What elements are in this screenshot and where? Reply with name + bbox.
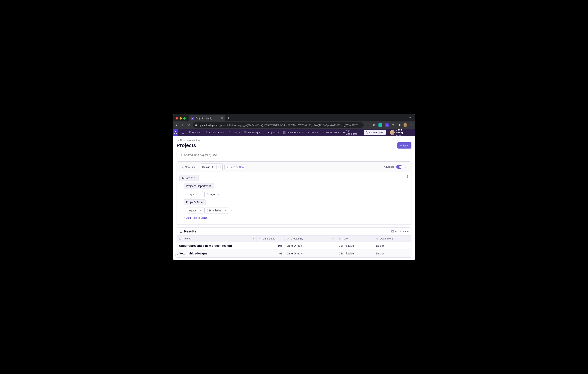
nav-reports[interactable]: Reports ▾ [262,130,281,135]
filter-dropdown-icon[interactable]: ▾ [216,165,220,169]
new-project-button[interactable]: + New [397,142,411,149]
col-department-header[interactable]: Department [374,235,411,242]
sort-icon: ▲▼ [252,238,254,240]
share-icon[interactable] [366,124,370,127]
cell-createdby: Jane Ortega [284,242,336,250]
browser-menu-icon[interactable]: ⋮ [410,124,413,127]
nav-candidates[interactable]: Candidates ▾ [204,130,226,135]
global-search-button[interactable]: Search ⌘+K [364,130,386,135]
type-operator-dropdown[interactable]: equals▾ [187,207,203,214]
page-content: No browsing history Projects + New New F… [173,136,415,260]
notifications-label: Notifications [326,131,339,134]
chevron-down-icon: ▾ [412,131,413,133]
svg-rect-11 [284,133,285,133]
breadcrumb: No browsing history [173,136,415,142]
address-bar[interactable]: app.ashbyhq.com/projects#filter=vxzgyi_V… [193,122,364,128]
active-filter-name: Design DEI [202,166,215,168]
bookmark-icon[interactable] [372,124,376,127]
user-avatar [390,130,395,135]
delete-filter-icon[interactable] [406,175,409,179]
minimize-window-button[interactable] [179,117,182,119]
back-button[interactable] [175,123,178,127]
chevron-down-icon: ▾ [259,131,260,133]
col-type-header[interactable]: Type [336,235,374,242]
svg-point-22 [288,238,289,239]
dept-operator-dropdown[interactable]: equals▾ [187,191,203,197]
condition-menu-icon[interactable]: ··· [223,193,229,196]
nav-home[interactable] [180,130,186,135]
close-window-button[interactable] [176,117,178,119]
reload-button[interactable] [187,123,190,127]
group-menu-icon[interactable]: ··· [200,177,206,180]
filter-type-field[interactable]: Project's Type: [184,199,206,205]
nav-admin[interactable]: Admin [305,130,320,135]
ashby-favicon: A [191,117,194,120]
project-search[interactable] [177,151,411,159]
condition-menu-icon[interactable]: ··· [229,209,235,212]
filter-body: All are true: ··· Project's Department: … [177,172,411,224]
filter-group-chip[interactable]: All are true: [179,175,199,181]
tab-list-button[interactable] [406,117,414,121]
col-createdby-header[interactable]: Created By ▲▼ [284,235,336,242]
sort-icon: ▲▼ [332,238,334,240]
nav-pipeline-label: Pipeline [192,131,201,134]
table-row[interactable]: Returnship (design) 93 Jane Ortega DEI I… [177,250,411,257]
add-candidate-button[interactable]: + Add Candidate [341,128,364,136]
active-filter-tab[interactable]: Design DEI ▾ [200,163,223,170]
chevron-down-icon: ▾ [239,131,240,133]
filter-head: New Filter Design DEI ▾ + Save as New Ad… [177,162,411,172]
search-input[interactable] [184,153,409,157]
notifications-button[interactable]: Notifications [320,130,341,135]
results-table: Project ▲▼ Candidates [177,235,411,257]
ashby-logo[interactable]: A [173,129,178,136]
cell-type: DEI Initiative [336,242,374,250]
forward-button[interactable] [181,123,184,127]
nav-pipeline[interactable]: Pipeline [187,130,203,135]
url-path: /projects#filter=vxzgyi_VQXwAmARscQsS059… [220,124,361,127]
svg-point-24 [339,238,340,239]
tab-title: Projects • Ashby [196,117,213,119]
side-panel-icon[interactable] [398,124,401,127]
maximize-window-button[interactable] [183,117,186,119]
field-menu-icon[interactable]: ··· [215,184,221,188]
new-filter-tab[interactable]: New Filter [179,164,198,170]
svg-point-4 [207,132,208,132]
user-menu[interactable]: Jane Ortega Acme ▾ [390,128,415,136]
add-field-button[interactable]: +Add Field to Match [184,216,207,220]
profile-avatar-icon[interactable] [403,123,407,127]
add-candidate-label: Add Candidate [346,129,362,135]
table-row[interactable]: Underrepresented new grads (design) 105 … [177,242,411,250]
save-as-new-button[interactable]: + Save as New [224,164,246,170]
extension-icon-1[interactable] [378,123,382,127]
col-project-header[interactable]: Project ▲▼ [177,235,256,242]
cell-project: Returnship (design) [177,250,256,257]
col-candidates-header[interactable]: Candidates [256,235,285,242]
nav-sourcing[interactable]: Sourcing ▾ [242,130,262,135]
app-header: A Pipeline Candidates ▾ Jobs ▾ Sourcing [173,129,415,136]
cell-project: Underrepresented new grads (design) [177,242,256,250]
lock-icon [195,124,197,127]
nav-dashboards[interactable]: Dashboards ▾ [281,130,304,135]
extension-icon-ashby[interactable]: A [385,123,389,127]
add-field-menu-icon[interactable]: ··· [209,216,215,219]
extensions-icon[interactable] [391,124,395,127]
field-menu-icon[interactable]: ··· [207,201,213,204]
cell-department: Design [374,250,411,257]
add-column-button[interactable]: Add Column [391,230,409,233]
nav-jobs[interactable]: Jobs ▾ [227,130,242,135]
help-button[interactable]: ? [175,253,180,257]
type-value-dropdown[interactable]: DEI Initiative▾ [204,207,228,214]
chevron-down-icon: ▾ [302,131,303,133]
close-tab-icon[interactable]: ✕ [221,117,223,120]
new-tab-button[interactable]: + [225,116,232,121]
breadcrumb-text: No browsing history [180,139,200,141]
filter-department-field[interactable]: Project's Department: [184,183,214,189]
browser-tab[interactable]: A Projects • Ashby ✕ [189,115,225,121]
advanced-label: Advanced [384,166,394,168]
collapse-filter-icon[interactable]: ︿ [404,165,409,169]
browser-toolbar: app.ashbyhq.com/projects#filter=vxzgyi_V… [173,121,415,129]
svg-point-3 [206,131,207,132]
svg-point-14 [180,154,181,156]
advanced-toggle[interactable] [396,165,402,169]
dept-value-dropdown[interactable]: Design▾ [204,191,221,197]
